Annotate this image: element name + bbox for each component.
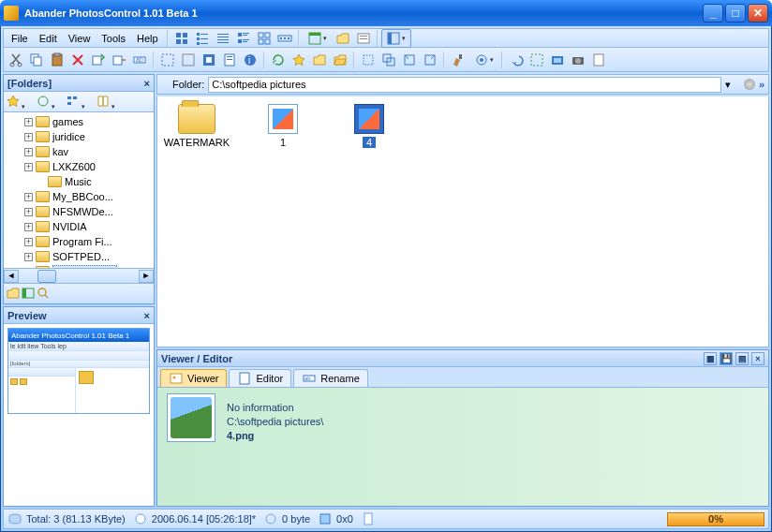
- view-thumbs[interactable]: [233, 29, 254, 48]
- tree-view-icon[interactable]: [66, 94, 96, 111]
- scroll-right-icon[interactable]: ►: [139, 270, 154, 283]
- tree-item[interactable]: +SOFTPED...: [4, 249, 154, 264]
- tree-item[interactable]: Music: [4, 174, 154, 189]
- tree-item[interactable]: +Program Fi...: [4, 234, 154, 249]
- move-to-button[interactable]: [109, 51, 129, 69]
- tree-item[interactable]: +NVIDIA: [4, 219, 154, 234]
- svg-point-61: [480, 58, 483, 62]
- minimize-button[interactable]: _: [703, 4, 723, 22]
- view-filmstrip[interactable]: [275, 29, 295, 48]
- viewer-tab-icon: [169, 371, 184, 386]
- tree-expander-icon[interactable]: +: [24, 223, 33, 231]
- info-button[interactable]: i: [240, 51, 260, 69]
- scroll-left-icon[interactable]: ◄: [4, 270, 19, 283]
- tree-expander-icon[interactable]: +: [24, 163, 33, 171]
- svg-rect-75: [171, 374, 182, 383]
- tree-expander-icon[interactable]: +: [24, 253, 33, 261]
- menu-view[interactable]: View: [63, 31, 96, 46]
- view-tiles[interactable]: [254, 29, 275, 48]
- tree-expander-icon[interactable]: +: [24, 133, 33, 141]
- folders-close-icon[interactable]: ×: [144, 78, 150, 89]
- tree-item[interactable]: +My_BBCoo...: [4, 189, 154, 204]
- tree-tab-list-icon[interactable]: [21, 286, 36, 303]
- book-icon[interactable]: [96, 94, 126, 111]
- tab-rename[interactable]: abRename: [293, 369, 368, 387]
- preview-close-icon[interactable]: ×: [144, 310, 150, 321]
- menu-help[interactable]: Help: [131, 31, 164, 46]
- file-item[interactable]: WATERMARK: [165, 104, 229, 148]
- rotate-right-button[interactable]: [420, 51, 440, 69]
- file-area[interactable]: WATERMARK14: [156, 96, 769, 347]
- viewer-tool3-icon[interactable]: ▤: [735, 352, 749, 365]
- rotate-left-button[interactable]: [399, 51, 420, 69]
- tree-tab-folder-icon[interactable]: [6, 286, 21, 303]
- tree-item[interactable]: +juridice: [4, 129, 154, 144]
- view-details[interactable]: [213, 29, 233, 48]
- tab-editor[interactable]: Editor: [229, 369, 291, 387]
- expand-toolbar-icon[interactable]: »: [759, 79, 765, 90]
- app-icon: [4, 6, 19, 21]
- effects-button[interactable]: [468, 51, 498, 69]
- tree-expander-icon[interactable]: +: [24, 208, 33, 216]
- copy-button[interactable]: [26, 51, 47, 69]
- view-list[interactable]: [192, 29, 213, 48]
- invert-select-button[interactable]: [199, 51, 219, 69]
- screenshot-button[interactable]: [547, 51, 568, 69]
- resize-button[interactable]: [379, 51, 399, 69]
- close-button[interactable]: ✕: [748, 4, 768, 22]
- menu-file[interactable]: File: [6, 31, 34, 46]
- folder-tree[interactable]: +games+juridice+kav+LXKZ600Music+My_BBCo…: [4, 112, 154, 268]
- scroll-thumb[interactable]: [37, 270, 56, 283]
- file-item[interactable]: 4: [337, 104, 401, 148]
- svg-rect-9: [200, 43, 208, 44]
- tab-viewer[interactable]: Viewer: [160, 369, 227, 387]
- tree-hscroll[interactable]: ◄ ►: [4, 268, 154, 283]
- viewer-thumbnail[interactable]: [167, 393, 215, 442]
- brush-button[interactable]: [448, 51, 468, 69]
- tree-expander-icon[interactable]: +: [24, 118, 33, 126]
- copy-to-button[interactable]: [88, 51, 109, 69]
- history-icon[interactable]: [36, 94, 66, 111]
- refresh-button[interactable]: [268, 51, 289, 69]
- folder-path-input[interactable]: [208, 77, 721, 93]
- cut-button[interactable]: [6, 51, 26, 69]
- camera-button[interactable]: [568, 51, 588, 69]
- favorite-star-icon[interactable]: [6, 94, 36, 111]
- folder-dropdown-icon[interactable]: ▾: [725, 79, 740, 91]
- viewer-close-icon[interactable]: ×: [751, 352, 765, 365]
- tree-item[interactable]: +NFSMWDe...: [4, 204, 154, 219]
- tree-tab-search-icon[interactable]: [36, 286, 51, 303]
- select-all-button[interactable]: [157, 51, 178, 69]
- delete-button[interactable]: [67, 51, 88, 69]
- paste-button[interactable]: [47, 51, 67, 69]
- file-item[interactable]: 1: [251, 104, 315, 148]
- tree-expander-icon[interactable]: +: [24, 148, 33, 156]
- properties-button[interactable]: [219, 51, 240, 69]
- rename-button[interactable]: ab: [129, 51, 150, 69]
- view-large-icons[interactable]: [171, 29, 192, 48]
- folder-up[interactable]: [333, 29, 353, 48]
- panel-toggle-1[interactable]: [303, 29, 333, 48]
- tree-item-label: Program Fi...: [52, 236, 112, 247]
- new-folder[interactable]: [353, 29, 374, 48]
- favorites-button[interactable]: [289, 51, 309, 69]
- clipboard-button[interactable]: [588, 51, 609, 69]
- svg-rect-59: [459, 54, 462, 59]
- open-folder2-button[interactable]: [330, 51, 350, 69]
- maximize-button[interactable]: □: [725, 4, 746, 22]
- viewer-tool1-icon[interactable]: ▦: [704, 352, 717, 365]
- tree-expander-icon[interactable]: +: [24, 238, 33, 246]
- select-none-button[interactable]: [178, 51, 199, 69]
- tree-item[interactable]: +LXKZ600: [4, 159, 154, 174]
- menu-edit[interactable]: Edit: [34, 31, 63, 46]
- menu-tools[interactable]: Tools: [96, 31, 131, 46]
- open-folder-button[interactable]: [309, 51, 330, 69]
- undo-button[interactable]: [506, 51, 527, 69]
- panel-toggle-2[interactable]: [381, 29, 411, 48]
- viewer-save-icon[interactable]: 💾: [720, 352, 733, 365]
- select-region-button[interactable]: [527, 51, 547, 69]
- tree-expander-icon[interactable]: +: [24, 193, 33, 201]
- tree-item[interactable]: +games: [4, 114, 154, 129]
- crop-button[interactable]: [358, 51, 379, 69]
- tree-item[interactable]: +kav: [4, 144, 154, 159]
